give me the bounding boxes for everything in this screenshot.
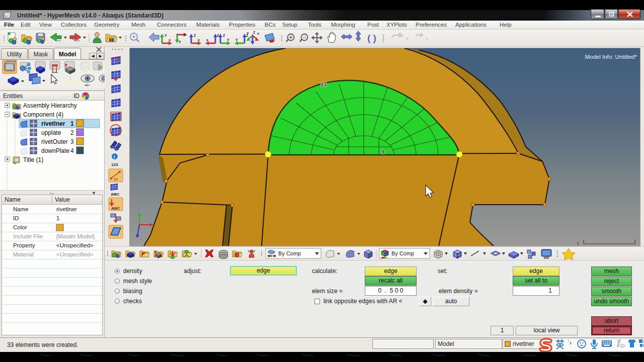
svg-text:10: 10 xyxy=(114,177,118,181)
svg-text:ID: ID xyxy=(13,215,19,221)
svg-text:Name: Name xyxy=(13,206,29,212)
svg-text:Include File: Include File xyxy=(13,233,43,239)
svg-text:2: 2 xyxy=(70,129,74,136)
svg-text:ʾ›: ʾ› xyxy=(568,339,572,346)
svg-text:123: 123 xyxy=(111,162,118,167)
svg-text:Z: Z xyxy=(140,235,143,241)
svg-text:Assembly Hierarchy: Assembly Hierarchy xyxy=(23,102,77,109)
svg-text:3: 3 xyxy=(70,138,74,145)
svg-text:1: 1 xyxy=(577,241,579,246)
svg-text:Y: Y xyxy=(227,38,229,42)
svg-text:Z: Z xyxy=(253,31,256,34)
svg-text:<Unspecified>: <Unspecified> xyxy=(56,242,94,248)
svg-text:X: X xyxy=(157,220,162,226)
svg-text:By Comp: By Comp xyxy=(391,250,414,256)
svg-text:<Unspecified>: <Unspecified> xyxy=(56,251,94,257)
svg-text:Y: Y xyxy=(136,206,140,212)
svg-text:x: x xyxy=(257,32,259,35)
svg-text:Y: Y xyxy=(235,38,238,42)
svg-text:Material: Material xyxy=(13,251,34,257)
svg-text:9: 9 xyxy=(381,149,384,155)
svg-text:upplate: upplate xyxy=(41,129,61,136)
svg-text:4: 4 xyxy=(70,147,74,154)
svg-text:Z: Z xyxy=(223,34,225,37)
svg-text:1: 1 xyxy=(70,120,74,127)
svg-text:Z: Z xyxy=(194,34,196,37)
svg-text:ABC: ABC xyxy=(111,206,120,211)
svg-text:x: x xyxy=(206,38,208,42)
svg-text:rivetlner: rivetlner xyxy=(56,206,77,212)
svg-text:x: x xyxy=(184,33,186,36)
svg-text:13: 13 xyxy=(320,81,327,87)
svg-text:x: x xyxy=(198,38,200,42)
svg-text:Color: Color xyxy=(13,224,27,230)
svg-text:Y: Y xyxy=(165,34,167,37)
svg-text:Y: Y xyxy=(247,32,249,35)
svg-text:rivetlner: rivetlner xyxy=(41,120,65,127)
svg-text:1: 1 xyxy=(56,215,59,221)
svg-text:Component (4): Component (4) xyxy=(23,111,63,118)
svg-text:i: i xyxy=(114,154,115,159)
svg-text:+/−: +/− xyxy=(85,83,91,87)
svg-text:Model Info: Untitled*: Model Info: Untitled* xyxy=(585,54,637,60)
svg-text:( ): ( ) xyxy=(367,33,376,43)
svg-text:Title (1): Title (1) xyxy=(23,156,43,163)
svg-text:By Comp: By Comp xyxy=(278,250,301,256)
svg-text:Y: Y xyxy=(179,40,181,44)
svg-text:Property: Property xyxy=(13,242,35,248)
svg-text:downPlate: downPlate xyxy=(41,147,69,154)
svg-text:ABC: ABC xyxy=(111,192,120,197)
svg-text:x: x xyxy=(169,38,171,42)
svg-text:[Master Model]: [Master Model] xyxy=(56,233,95,239)
svg-text:rivetOuter: rivetOuter xyxy=(41,138,68,145)
